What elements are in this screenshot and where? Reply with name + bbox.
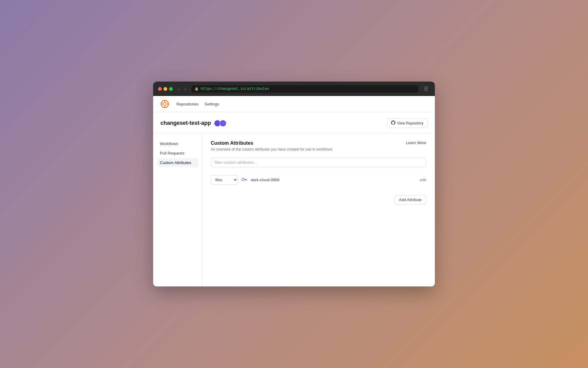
svg-point-1 <box>163 102 166 105</box>
nav-repositories[interactable]: Repositories <box>176 102 198 106</box>
content-area: Custom Attributes An overview of the cus… <box>202 133 435 286</box>
learn-more-link[interactable]: Learn More <box>406 140 426 145</box>
browser-window: ‹ › 🔒 https://changeset.io/attributes ☰ <box>153 82 435 286</box>
page-title-area: changeset-test-app 👤 🌐 <box>160 120 226 127</box>
content-title: Custom Attributes <box>211 140 333 146</box>
content-subtitle: An overview of the custom attributes you… <box>211 147 333 151</box>
url-text: https://changeset.io/attributes <box>201 87 269 91</box>
address-bar[interactable]: 🔒 https://changeset.io/attributes <box>191 85 418 93</box>
sidebar: Workflows Pull Requests Custom Attribute… <box>153 133 202 286</box>
attribute-value: dark-cloud-0866 <box>251 178 416 182</box>
page-header: changeset-test-app 👤 🌐 View Repository <box>153 112 435 133</box>
filter-input[interactable] <box>211 158 426 167</box>
top-nav: Repositories Settings <box>153 96 435 112</box>
avatar-2: 🌐 <box>220 120 226 127</box>
maximize-button[interactable] <box>169 87 173 91</box>
sidebar-item-custom-attributes[interactable]: Custom Attributes <box>157 158 198 167</box>
lock-icon: 🔒 <box>194 87 199 91</box>
attribute-row: files string number boolean dark-cl <box>211 172 426 188</box>
forward-button[interactable]: › <box>183 86 188 92</box>
attribute-type-select[interactable]: files string number boolean <box>211 175 238 185</box>
content-title-area: Custom Attributes An overview of the cus… <box>211 140 333 151</box>
sidebar-item-pull-requests[interactable]: Pull Requests <box>157 149 198 158</box>
add-attribute-row: Add Attribute <box>211 195 426 205</box>
avatar-group: 👤 🌐 <box>214 120 226 127</box>
main-layout: Workflows Pull Requests Custom Attribute… <box>153 133 435 286</box>
minimize-button[interactable] <box>164 87 167 91</box>
github-icon <box>391 121 395 126</box>
app-logo <box>160 100 169 108</box>
traffic-lights <box>158 87 173 91</box>
app-content: Repositories Settings changeset-test-app… <box>153 96 435 286</box>
page-title: changeset-test-app <box>160 120 211 126</box>
content-header: Custom Attributes An overview of the cus… <box>211 140 426 151</box>
back-button[interactable]: ‹ <box>176 86 182 92</box>
edit-link[interactable]: edit <box>420 178 426 182</box>
close-button[interactable] <box>158 87 162 91</box>
nav-settings[interactable]: Settings <box>205 102 219 106</box>
nav-links: Repositories Settings <box>176 102 219 106</box>
view-repository-button[interactable]: View Repository <box>387 118 428 128</box>
filter-input-wrapper <box>211 158 426 167</box>
add-attribute-button[interactable]: Add Attribute <box>394 195 426 205</box>
browser-chrome: ‹ › 🔒 https://changeset.io/attributes ☰ <box>153 82 435 96</box>
nav-buttons: ‹ › <box>176 86 188 92</box>
browser-menu-button[interactable]: ☰ <box>422 85 430 93</box>
key-icon <box>242 177 247 183</box>
sidebar-item-workflows[interactable]: Workflows <box>157 139 198 148</box>
svg-point-6 <box>242 178 244 181</box>
view-repo-label: View Repository <box>397 121 424 125</box>
